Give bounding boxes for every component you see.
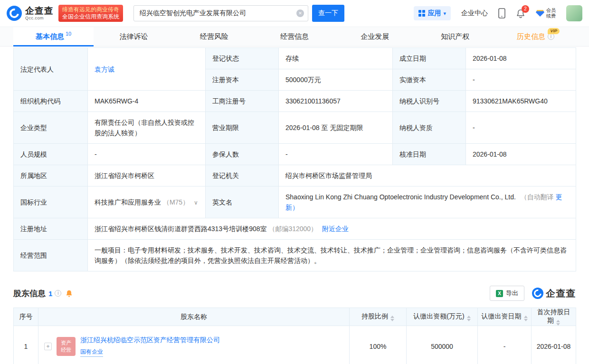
- table-row: 国标行业 科技推广和应用服务业 （M75） ∨ 英文名 Shaoxing Lin…: [14, 187, 576, 218]
- sort-icon[interactable]: [390, 316, 394, 321]
- clear-search-icon[interactable]: ✕: [296, 9, 304, 17]
- english-name-value: Shaoxing Lin Kong Zhi Chuang Optoelectro…: [285, 193, 516, 201]
- tab-label: 历史信息: [517, 32, 545, 41]
- vip-gem-icon: [536, 9, 544, 17]
- shareholder-row: 1 + 资产经营 浙江绍兴杭绍临空示范区资产经营管理有限公司 国有企业 100%…: [14, 326, 576, 364]
- column-header-ratio[interactable]: 持股比例: [350, 308, 407, 326]
- table-row: 人员规模 - 参保人数 - 核准日期 2026-01-08: [14, 144, 576, 165]
- address-value: 浙江省绍兴市柯桥区钱清街道群贤西路4313号培训楼908室: [95, 225, 267, 233]
- export-button[interactable]: X 导出: [490, 286, 524, 301]
- field-label: 纳税人识别号: [393, 91, 466, 112]
- field-value: 浙江省绍兴市柯桥区: [88, 165, 206, 187]
- field-label: 人员规模: [14, 144, 88, 165]
- watermark-text: 企查查: [546, 287, 576, 300]
- excel-icon: X: [496, 290, 503, 297]
- tab-enterprise-development[interactable]: 企业发展: [335, 27, 415, 46]
- subscribe-bell-icon[interactable]: [65, 289, 73, 298]
- tab-label: 经营风险: [200, 32, 228, 41]
- section-title: 股东信息: [13, 288, 46, 299]
- search-input[interactable]: [133, 5, 308, 21]
- field-label: 登记机关: [206, 165, 279, 187]
- search-button[interactable]: 查一下: [312, 5, 344, 22]
- field-value: 330621001136057: [279, 91, 393, 112]
- tab-count-badge: 10: [66, 31, 71, 37]
- shareholder-type-tag[interactable]: 国有企业: [80, 348, 103, 357]
- qcc-watermark: 企查查: [532, 287, 576, 300]
- tab-bar: 基本信息 10 法律诉讼 经营风险 经营信息 企业发展 知识产权 VIP 历史信…: [0, 27, 589, 47]
- enterprise-center-link[interactable]: 企业中心: [461, 9, 488, 18]
- basic-info-section: 法定代表人 袁方诚 登记状态 存续 成立日期 2026-01-08 注册资本 5…: [0, 47, 589, 271]
- field-value: 袁方诚: [88, 48, 206, 91]
- field-value: -: [466, 69, 576, 91]
- sort-icon[interactable]: [467, 316, 471, 321]
- field-label: 英文名: [206, 187, 279, 218]
- legal-rep-link[interactable]: 袁方诚: [95, 65, 114, 73]
- sort-icon[interactable]: [524, 316, 528, 321]
- export-label: 导出: [506, 289, 518, 298]
- field-label: 企业类型: [14, 112, 88, 144]
- tab-label: 知识产权: [441, 32, 469, 41]
- vip-renew-button[interactable]: 会员 续费: [536, 8, 556, 19]
- field-label: 纳税人资质: [393, 112, 466, 144]
- table-header-row: 序号 股东名称 持股比例 认缴出资额(万元) 认缴出资日期 首次持股日期: [14, 308, 576, 326]
- user-avatar[interactable]: [566, 5, 582, 21]
- field-label: 核准日期: [393, 144, 466, 165]
- search-box: ✕ 查一下: [133, 5, 344, 22]
- top-header: 企查查 Qcc.com 缔造有远见的商业传奇 全国企业信用查询系统 ✕ 查一下 …: [0, 0, 589, 27]
- tab-label: 经营信息: [280, 32, 309, 41]
- slogan-banner: 缔造有远见的商业传奇 全国企业信用查询系统: [58, 5, 123, 22]
- auto-translate-note: （自动翻译: [521, 193, 554, 201]
- qcc-logo-icon: [7, 6, 22, 21]
- app-grid-icon: [418, 10, 425, 17]
- field-value: MAK65RWG-4: [88, 91, 206, 112]
- apps-button[interactable]: 应用 ▾: [414, 6, 451, 20]
- shareholder-count: 1: [48, 289, 52, 298]
- chevron-down-icon[interactable]: ∨: [194, 199, 198, 206]
- tab-basic-info[interactable]: 基本信息 10: [13, 27, 94, 46]
- table-row: 企业类型 有限责任公司（非自然人投资或控股的法人独资） 营业期限 2026-01…: [14, 112, 576, 144]
- first-hold-date: 2026-01-08: [532, 326, 576, 364]
- table-row: 经营范围 一般项目：电子专用材料研发；技术服务、技术开发、技术咨询、技术交流、技…: [14, 240, 576, 271]
- vip-label-line1: 会员: [546, 8, 556, 13]
- mobile-app-icon[interactable]: [498, 8, 505, 19]
- tab-operation-info[interactable]: 经营信息: [254, 27, 334, 46]
- tab-history-info[interactable]: VIP 历史信息 i: [495, 27, 576, 46]
- column-header-first-date[interactable]: 首次持股日期: [532, 308, 576, 326]
- field-value: 一般项目：电子专用材料研发；技术服务、技术开发、技术咨询、技术交流、技术转让、技…: [88, 240, 576, 271]
- field-value: 绍兴市柯桥区市场监督管理局: [279, 165, 576, 187]
- field-label: 国标行业: [14, 187, 88, 218]
- table-row: 注册地址 浙江省绍兴市柯桥区钱清街道群贤西路4313号培训楼908室 （邮编31…: [14, 218, 576, 240]
- qcc-logo[interactable]: 企查查 Qcc.com: [7, 6, 54, 21]
- field-label: 登记状态: [206, 48, 279, 69]
- tab-intellectual-property[interactable]: 知识产权: [415, 27, 495, 46]
- slogan-line1: 缔造有远见的商业传奇: [62, 6, 119, 13]
- tab-operation-risk[interactable]: 经营风险: [174, 27, 254, 46]
- field-value: 2026-01-08: [466, 48, 576, 69]
- field-label: 成立日期: [393, 48, 466, 69]
- field-value: 2026-01-08 至 无固定期限: [279, 112, 393, 144]
- sort-icon[interactable]: [556, 320, 560, 326]
- column-header-sub-date[interactable]: 认缴出资日期: [478, 308, 532, 326]
- shareholder-name-cell: + 资产经营 浙江绍兴杭绍临空示范区资产经营管理有限公司 国有企业: [38, 326, 350, 364]
- field-label: 实缴资本: [393, 69, 466, 91]
- shareholder-avatar[interactable]: 资产经营: [57, 337, 76, 356]
- info-icon: i: [55, 290, 61, 297]
- row-index: 1: [14, 326, 38, 364]
- column-header-amount[interactable]: 认缴出资额(万元): [407, 308, 478, 326]
- table-row: 组织机构代码 MAK65RWG-4 工商注册号 330621001136057 …: [14, 91, 576, 112]
- shareholder-name-link[interactable]: 浙江绍兴杭绍临空示范区资产经营管理有限公司: [80, 336, 220, 345]
- field-value: -: [279, 144, 393, 165]
- field-value: Shaoxing Lin Kong Zhi Chuang Optoelectro…: [279, 187, 576, 218]
- field-value: 存续: [279, 48, 393, 69]
- tab-legal-litigation[interactable]: 法律诉讼: [94, 27, 174, 46]
- field-label: 注册地址: [14, 218, 88, 240]
- caret-down-icon: ▾: [443, 10, 446, 17]
- field-label: 法定代表人: [14, 48, 88, 91]
- nearby-companies-link[interactable]: 附近企业: [322, 225, 349, 233]
- expand-button[interactable]: +: [44, 343, 52, 350]
- logo-text-en: Qcc.com: [25, 16, 54, 20]
- info-icon: i: [548, 33, 554, 40]
- field-value: -: [88, 144, 206, 165]
- notifications-button[interactable]: 2: [516, 9, 525, 19]
- table-row: 所属地区 浙江省绍兴市柯桥区 登记机关 绍兴市柯桥区市场监督管理局: [14, 165, 576, 187]
